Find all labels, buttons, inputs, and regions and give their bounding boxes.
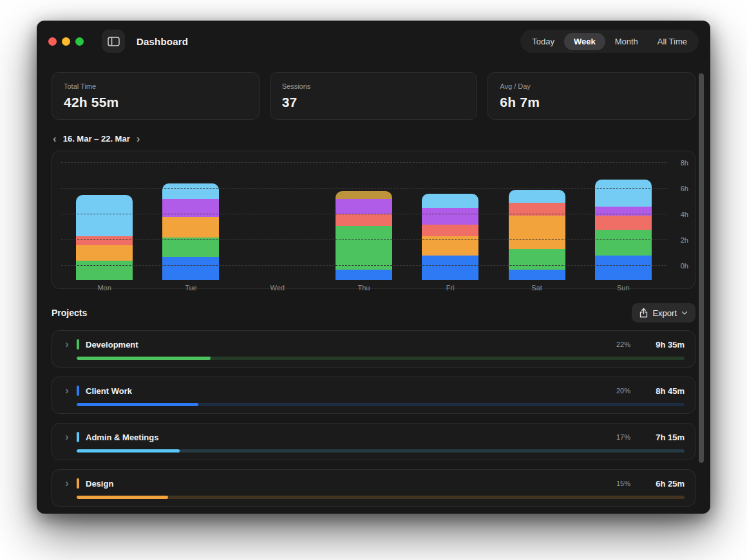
bar-segment-blue <box>162 257 219 280</box>
bar-segment-green <box>595 230 652 256</box>
project-name: Client Work <box>86 386 132 396</box>
bar-segment-blue <box>336 270 392 280</box>
x-axis-label-thu: Thu <box>358 280 370 294</box>
project-progress-track <box>77 449 685 453</box>
project-progress-fill <box>77 496 168 499</box>
gridline-0h <box>61 265 667 266</box>
bar-segment-orange <box>76 245 133 261</box>
prev-week-chevron-icon[interactable]: ‹ <box>53 133 57 144</box>
project-progress-fill <box>77 449 180 453</box>
segment-all-time[interactable]: All Time <box>648 33 697 50</box>
bar-segment-green <box>76 261 133 280</box>
project-progress-fill <box>77 403 198 406</box>
close-button[interactable] <box>48 37 57 46</box>
bar-segment-blue <box>595 256 652 280</box>
project-percent: 17% <box>616 433 630 441</box>
titlebar: Dashboard Today Week Month All Time <box>37 21 710 62</box>
gridline-6h <box>61 188 667 189</box>
project-time: 6h 25m <box>647 479 685 489</box>
stat-card-avg-day: Avg / Day 6h 7m <box>487 72 695 120</box>
x-axis-label-fri: Fri <box>446 280 455 294</box>
bar-segment-sky <box>162 183 219 199</box>
bar-segment-blue <box>422 256 478 280</box>
bar-segment-orange <box>509 216 565 249</box>
sidebar-icon <box>108 37 120 46</box>
gridline-8h <box>61 162 667 163</box>
page-title: Dashboard <box>137 36 188 47</box>
bar-segment-sky <box>422 194 478 208</box>
projects-title: Projects <box>52 308 87 318</box>
date-range-nav: ‹ 16. Mar – 22. Mar › <box>37 120 710 151</box>
bar-segment-green <box>162 238 219 257</box>
project-percent: 22% <box>616 341 630 348</box>
project-name: Design <box>86 479 113 489</box>
stat-label: Sessions <box>282 82 466 90</box>
date-range-label: 16. Mar – 22. Mar <box>63 134 130 144</box>
bar-segment-salmon <box>422 225 478 236</box>
gridline-2h <box>61 239 667 240</box>
expand-chevron-icon[interactable]: › <box>60 431 74 443</box>
bar-segment-blue <box>509 270 565 280</box>
segment-month[interactable]: Month <box>605 33 648 50</box>
time-range-segmented-control: Today Week Month All Time <box>520 30 699 53</box>
y-tick-label: 2h <box>681 236 688 244</box>
project-row-client-work[interactable]: › Client Work 20% 8h 45m <box>52 377 695 414</box>
weekly-chart-card: MonTueWedThuFriSatSun 0h2h4h6h8h <box>52 151 695 289</box>
app-window: Dashboard Today Week Month All Time Tota… <box>37 21 710 514</box>
gridline-4h <box>61 214 667 214</box>
bar-segment-purple <box>336 199 392 214</box>
project-progress-fill <box>77 357 211 360</box>
minimize-button[interactable] <box>62 37 70 46</box>
chevron-down-icon <box>681 311 688 315</box>
project-time: 7h 15m <box>647 433 685 442</box>
bar-segment-green <box>509 249 565 270</box>
stat-label: Avg / Day <box>500 82 683 90</box>
traffic-lights <box>48 37 84 46</box>
chart-bar-sun: Sun <box>580 163 667 294</box>
stat-value: 6h 7m <box>500 95 683 110</box>
bar-segment-sky <box>509 190 565 203</box>
x-axis-label-tue: Tue <box>185 280 197 294</box>
stacked-bar-chart: MonTueWedThuFriSatSun 0h2h4h6h8h <box>61 163 667 280</box>
x-axis-label-sat: Sat <box>531 280 542 294</box>
y-tick-label: 0h <box>681 262 688 270</box>
expand-chevron-icon[interactable]: › <box>60 478 74 489</box>
chart-bar-mon: Mon <box>61 163 147 294</box>
bar-segment-salmon <box>76 236 133 245</box>
chart-bar-tue: Tue <box>147 163 234 294</box>
stat-label: Total Time <box>64 82 247 90</box>
expand-chevron-icon[interactable]: › <box>60 385 74 397</box>
project-progress-track <box>77 496 685 499</box>
chart-bar-wed: Wed <box>234 163 321 294</box>
project-percent: 15% <box>616 480 630 487</box>
project-row-admin-meetings[interactable]: › Admin & Meetings 17% 7h 15m <box>52 423 695 460</box>
project-row-design[interactable]: › Design 15% 6h 25m <box>52 469 695 507</box>
stat-card-sessions: Sessions 37 <box>270 72 478 120</box>
x-axis-label-wed: Wed <box>270 280 284 294</box>
bar-segment-green <box>336 226 392 270</box>
stat-card-total-time: Total Time 42h 55m <box>52 72 260 120</box>
stat-value: 37 <box>282 95 466 110</box>
chart-bars: MonTueWedThuFriSatSun <box>61 163 667 294</box>
export-button[interactable]: Export <box>632 303 695 322</box>
next-week-chevron-icon[interactable]: › <box>137 133 140 144</box>
chart-bar-fri: Fri <box>407 163 493 294</box>
zoom-button[interactable] <box>75 37 84 46</box>
segment-week[interactable]: Week <box>564 33 605 50</box>
x-axis-label-mon: Mon <box>97 280 111 294</box>
y-tick-label: 8h <box>681 159 688 167</box>
stats-row: Total Time 42h 55m Sessions 37 Avg / Day… <box>37 62 710 120</box>
segment-today[interactable]: Today <box>522 33 564 50</box>
project-color-pill <box>77 386 79 396</box>
bar-segment-salmon <box>336 214 392 226</box>
bar-segment-salmon <box>595 216 652 230</box>
project-row-development[interactable]: › Development 22% 9h 35m <box>52 330 695 368</box>
scrollbar-thumb[interactable] <box>699 73 704 463</box>
sidebar-toggle-button[interactable] <box>102 30 125 53</box>
project-name: Admin & Meetings <box>86 433 158 442</box>
project-color-pill <box>77 478 79 489</box>
x-axis-label-sun: Sun <box>617 280 630 294</box>
project-name: Development <box>86 340 138 350</box>
bar-segment-sky <box>595 180 652 207</box>
expand-chevron-icon[interactable]: › <box>60 339 74 350</box>
